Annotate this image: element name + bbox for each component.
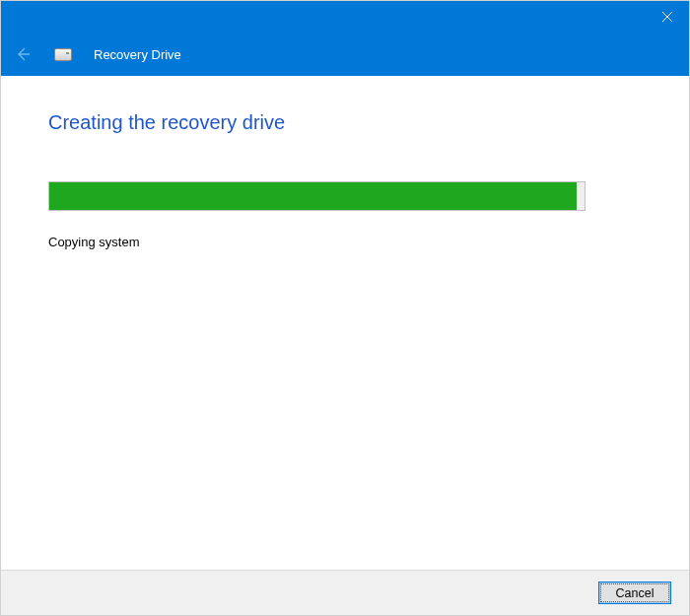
back-arrow-icon — [15, 46, 31, 62]
title-bar — [1, 1, 689, 33]
recovery-drive-wizard: Recovery Drive Creating the recovery dri… — [0, 0, 690, 616]
status-text: Copying system — [48, 235, 642, 249]
progress-bar — [48, 181, 586, 211]
app-title: Recovery Drive — [94, 47, 181, 62]
footer-bar: Cancel — [1, 570, 689, 615]
content-area: Creating the recovery drive Copying syst… — [1, 76, 689, 570]
cancel-button[interactable]: Cancel — [598, 582, 671, 604]
page-heading: Creating the recovery drive — [48, 111, 642, 134]
drive-icon — [54, 48, 72, 61]
back-button — [13, 44, 33, 64]
close-icon — [662, 12, 672, 22]
close-button[interactable] — [645, 1, 689, 33]
progress-fill — [49, 182, 577, 210]
header-bar: Recovery Drive — [1, 33, 689, 76]
